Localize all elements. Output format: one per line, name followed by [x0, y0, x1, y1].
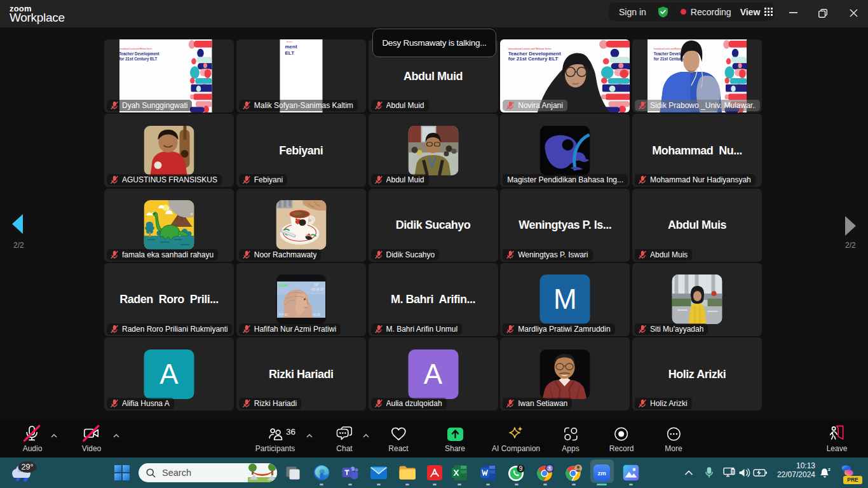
svg-text:-00 06 22: -00 06 22	[310, 287, 323, 291]
svg-text:9: 9	[519, 465, 523, 472]
svg-text:00:26: 00:26	[313, 313, 320, 316]
svg-text:ELT: ELT	[285, 50, 294, 56]
svg-text:P04 02: P04 02	[278, 313, 288, 316]
svg-text:CAM: CAM	[278, 283, 287, 287]
svg-text:Series: Series	[286, 41, 292, 43]
svg-text:z: z	[828, 466, 831, 472]
svg-text:zm: zm	[597, 470, 606, 477]
svg-text:29°: 29°	[22, 463, 34, 471]
svg-text:ment: ment	[285, 44, 297, 50]
svg-text:SP: SP	[314, 283, 318, 287]
